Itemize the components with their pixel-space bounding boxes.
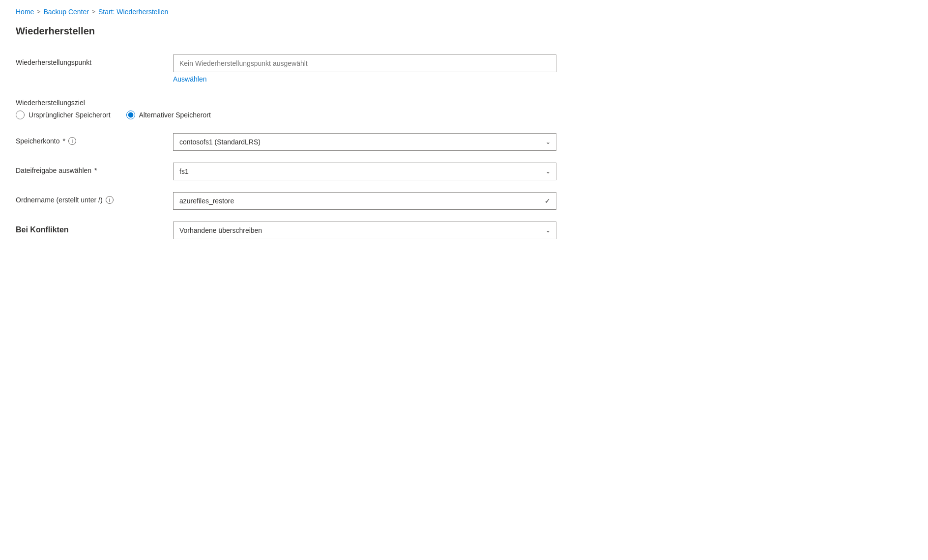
konflikte-row: Bei Konflikten Vorhandene überschreiben …	[16, 222, 606, 239]
breadcrumb-sep-1: >	[37, 8, 40, 15]
wiederherstellungspunkt-row: Wiederherstellungspunkt Auswählen	[16, 55, 606, 83]
wiederherstellungsziel-label: Wiederherstellungsziel	[16, 95, 173, 107]
wiederherstellungspunkt-control: Auswählen	[173, 55, 556, 83]
konflikte-label: Bei Konflikten	[16, 222, 173, 234]
speicherkonto-info-icon[interactable]: i	[68, 137, 76, 145]
dateifreigabe-row: Dateifreigabe auswählen * fs1 ⌄	[16, 163, 606, 180]
konflikte-dropdown[interactable]: Vorhandene überschreiben	[173, 222, 556, 239]
dateifreigabe-dropdown[interactable]: fs1	[173, 163, 556, 180]
page-container: Home > Backup Center > Start: Wiederhers…	[0, 0, 928, 259]
wiederherstellungsziel-row: Wiederherstellungsziel	[16, 95, 606, 107]
speicherkonto-dropdown[interactable]: contosofs1 (StandardLRS)	[173, 133, 556, 151]
breadcrumb-current: Start: Wiederherstellen	[98, 8, 168, 16]
ordnername-label: Ordnername (erstellt unter /) i	[16, 192, 173, 204]
speicherkonto-label: Speicherkonto * i	[16, 133, 173, 145]
breadcrumb: Home > Backup Center > Start: Wiederhers…	[16, 8, 912, 16]
ordnername-input[interactable]	[173, 192, 556, 210]
radio-row: Ursprünglicher Speicherort Alternativer …	[16, 111, 606, 119]
ordnername-row: Ordnername (erstellt unter /) i ✓	[16, 192, 606, 210]
dateifreigabe-dropdown-wrapper: fs1 ⌄	[173, 163, 556, 180]
radio-original-label: Ursprünglicher Speicherort	[29, 111, 111, 119]
radio-original-option[interactable]: Ursprünglicher Speicherort	[16, 111, 111, 119]
speicherkonto-row: Speicherkonto * i contosofs1 (StandardLR…	[16, 133, 606, 151]
speicherkonto-dropdown-wrapper: contosofs1 (StandardLRS) ⌄	[173, 133, 556, 151]
dateifreigabe-control: fs1 ⌄	[173, 163, 556, 180]
breadcrumb-backup-center[interactable]: Backup Center	[43, 8, 89, 16]
wiederherstellungspunkt-input[interactable]	[173, 55, 556, 72]
radio-original-input[interactable]	[16, 111, 25, 119]
speicherkonto-control: contosofs1 (StandardLRS) ⌄	[173, 133, 556, 151]
auswaehlen-link[interactable]: Auswählen	[173, 75, 207, 83]
breadcrumb-sep-2: >	[92, 8, 95, 15]
ordnername-info-icon[interactable]: i	[106, 196, 114, 204]
radio-alternative-input[interactable]	[126, 111, 135, 119]
radio-alternative-option[interactable]: Alternativer Speicherort	[126, 111, 211, 119]
wiederherstellungspunkt-label: Wiederherstellungspunkt	[16, 55, 173, 66]
dateifreigabe-label: Dateifreigabe auswählen *	[16, 163, 173, 174]
ordnername-input-wrapper: ✓	[173, 192, 556, 210]
page-title: Wiederherstellen	[16, 26, 912, 37]
radio-alternative-label: Alternativer Speicherort	[139, 111, 211, 119]
konflikte-control: Vorhandene überschreiben ⌄	[173, 222, 556, 239]
dateifreigabe-required: *	[94, 167, 97, 174]
form-container: Wiederherstellungspunkt Auswählen Wieder…	[16, 55, 606, 239]
speicherkonto-required: *	[63, 137, 65, 145]
konflikte-dropdown-wrapper: Vorhandene überschreiben ⌄	[173, 222, 556, 239]
ordnername-control: ✓	[173, 192, 556, 210]
breadcrumb-home[interactable]: Home	[16, 8, 34, 16]
